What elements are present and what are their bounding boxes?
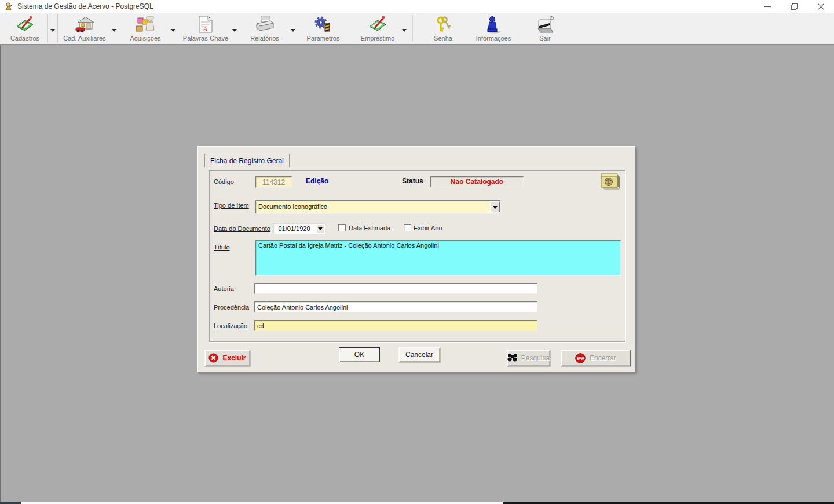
- chevron-down-icon: [318, 227, 323, 230]
- notepad-pencil-icon: [3, 15, 46, 34]
- toolbar-button-relatorios[interactable]: Relatórios: [241, 14, 288, 43]
- stop-sign-icon: STOP: [575, 353, 586, 363]
- toolbar-dropdown-aquisicoes[interactable]: [168, 14, 178, 43]
- application-window: Sistema de Gestão de Acervo - PostgreSQL: [0, 0, 834, 504]
- svg-text:A: A: [202, 24, 207, 33]
- house-car-icon: [58, 15, 111, 34]
- data-estimada-label: Data Estimada: [349, 225, 390, 231]
- toolbar-label: Aquisições: [122, 35, 169, 42]
- main-toolbar: Cadastros Cad. Auxiliares: [0, 13, 834, 45]
- window-title: Sistema de Gestão de Acervo - PostgreSQL: [17, 0, 153, 13]
- localizacao-label: Localização: [214, 322, 247, 329]
- titulo-textarea[interactable]: Cartão Postal da Igreja Matriz - Coleção…: [255, 240, 621, 276]
- toolbar-dropdown-palavras-chave[interactable]: [229, 14, 240, 43]
- person-boxes-icon: [122, 15, 169, 34]
- data-documento-label: Data do Documento: [214, 225, 270, 232]
- chevron-down-icon: [402, 29, 407, 32]
- chevron-down-icon: [50, 29, 55, 32]
- mode-label: Edição: [306, 177, 328, 185]
- taskbar-edge-right: [503, 502, 834, 504]
- svg-text:Zz: Zz: [550, 16, 554, 21]
- printer-icon: [241, 15, 288, 34]
- restore-button[interactable]: [781, 0, 807, 13]
- close-button[interactable]: [807, 0, 834, 13]
- tipo-item-combobox[interactable]: Documento Iconográfico: [255, 200, 501, 214]
- toolbar-dropdown-emprestimo[interactable]: [399, 14, 409, 43]
- data-documento-dropdown-button[interactable]: [316, 224, 324, 233]
- toolbar-button-sair[interactable]: Zz Sair: [527, 14, 563, 43]
- toolbar-button-cadastros[interactable]: Cadastros: [3, 14, 46, 43]
- toolbar-separator: [412, 16, 413, 41]
- excluir-button[interactable]: Excluir: [204, 350, 250, 366]
- toolbar-label: Cadastros: [3, 35, 46, 42]
- red-x-circle-icon: [209, 353, 218, 363]
- taskbar-edge-middle: [21, 502, 503, 504]
- procedencia-input[interactable]: [254, 301, 537, 312]
- registro-geral-dialog: Ficha de Registro Geral Código 114312 Ed…: [197, 146, 635, 373]
- exibir-ano-checkbox[interactable]: [404, 224, 411, 231]
- chevron-down-icon: [493, 206, 498, 209]
- binoculars-icon: [507, 354, 517, 362]
- encerrar-button[interactable]: STOP Encerrar: [561, 350, 631, 366]
- document-letter-a-icon: A: [181, 15, 231, 34]
- localizacao-input[interactable]: [254, 320, 537, 331]
- chevron-down-icon: [171, 29, 175, 32]
- app-icon: [4, 2, 13, 13]
- data-documento-value: 01/01/1920: [273, 223, 315, 234]
- autoria-label: Autoria: [214, 285, 234, 292]
- toolbar-label: Empréstimo: [353, 35, 402, 42]
- tab-ficha-registro-geral[interactable]: Ficha de Registro Geral: [204, 154, 290, 167]
- toolbar-label: Relatórios: [241, 35, 288, 42]
- data-estimada-checkbox[interactable]: [338, 224, 346, 231]
- toolbar-button-informacoes[interactable]: Informações: [467, 14, 520, 43]
- titulo-label: Título: [214, 244, 230, 251]
- excluir-label: Excluir: [222, 354, 246, 362]
- tipo-item-label: Tipo de Item: [214, 202, 249, 209]
- toolbar-label: Cad. Auxiliares: [58, 35, 111, 42]
- folder-image-icon: [599, 171, 622, 191]
- status-badge: Não Catalogado: [430, 176, 524, 187]
- procedencia-label: Procedência: [214, 304, 249, 311]
- toolbar-button-emprestimo[interactable]: Empréstimo: [353, 14, 402, 43]
- codigo-label: Código: [214, 178, 234, 185]
- autoria-input[interactable]: [254, 283, 537, 294]
- codigo-field: 114312: [255, 176, 292, 188]
- chevron-down-icon: [232, 29, 237, 32]
- toolbar-dropdown-cadastros[interactable]: [47, 14, 58, 43]
- blue-figure-icon: [467, 15, 520, 34]
- toolbar-button-senha[interactable]: Senha: [423, 14, 463, 43]
- toolbar-label: Parametros: [300, 35, 346, 42]
- status-label: Status: [402, 177, 423, 185]
- cancelar-button[interactable]: Cancelar: [398, 347, 440, 362]
- close-icon: [818, 3, 824, 10]
- ok-button[interactable]: OK: [339, 347, 380, 362]
- encerrar-label: Encerrar: [590, 354, 616, 362]
- toolbar-separator: [416, 16, 416, 41]
- tipo-item-dropdown-button[interactable]: [490, 201, 500, 212]
- minimize-icon: [765, 3, 771, 10]
- toolbar-dropdown-relatorios[interactable]: [288, 14, 298, 43]
- toolbar-dropdown-cad-auxiliares[interactable]: [109, 14, 119, 43]
- minimize-button[interactable]: [754, 0, 781, 13]
- toolbar-button-palavras-chave[interactable]: A Palavras-Chave: [181, 14, 231, 43]
- exibir-ano-label: Exibir Ano: [414, 225, 442, 231]
- attachments-folder-button[interactable]: [599, 171, 622, 192]
- pesquisa-button[interactable]: Pesquisa: [507, 350, 550, 366]
- data-documento-picker[interactable]: 01/01/1920: [273, 223, 325, 234]
- toolbar-button-cad-auxiliares[interactable]: Cad. Auxiliares: [58, 14, 111, 43]
- gears-icon: [300, 15, 346, 34]
- toolbar-label: Palavras-Chave: [181, 35, 231, 42]
- chevron-down-icon: [112, 29, 116, 32]
- title-bar: Sistema de Gestão de Acervo - PostgreSQL: [0, 0, 834, 13]
- tipo-item-value: Documento Iconográfico: [258, 201, 327, 213]
- toolbar-label: Informações: [467, 35, 520, 42]
- toolbar-button-parametros[interactable]: Parametros: [300, 14, 346, 43]
- svg-text:STOP: STOP: [577, 357, 584, 360]
- chevron-down-icon: [291, 29, 295, 32]
- toolbar-label: Senha: [423, 35, 463, 42]
- keys-icon: [423, 15, 463, 34]
- sleeping-device-icon: Zz: [527, 15, 563, 34]
- toolbar-button-aquisicoes[interactable]: Aquisições: [122, 14, 169, 43]
- pesquisa-label: Pesquisa: [521, 354, 550, 362]
- toolbar-label: Sair: [527, 35, 563, 42]
